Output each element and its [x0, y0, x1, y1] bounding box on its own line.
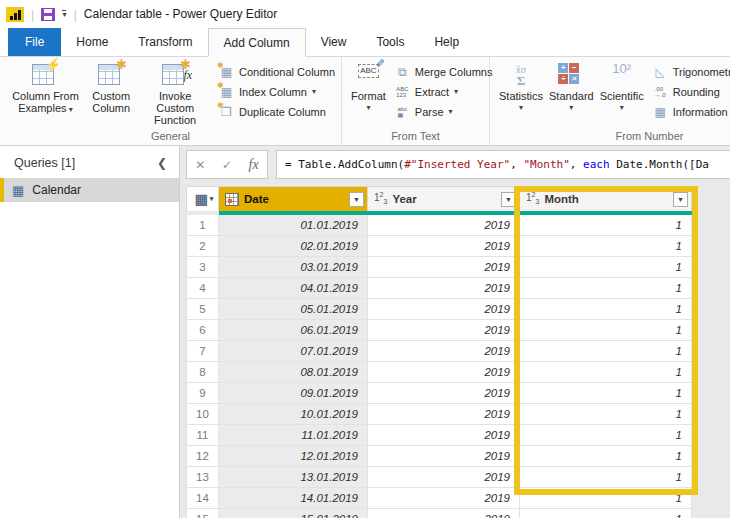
- cell-year[interactable]: 2019: [368, 488, 520, 509]
- cell-date[interactable]: 07.01.2019: [219, 341, 368, 362]
- cell-month[interactable]: 1: [520, 404, 692, 425]
- cancel-formula-icon[interactable]: ✕: [195, 158, 205, 172]
- parse-button[interactable]: abc▦Parse▾: [395, 103, 493, 120]
- cell-date[interactable]: 13.01.2019: [219, 467, 368, 488]
- quick-access-toolbar-dropdown-icon[interactable]: ▾: [62, 10, 66, 18]
- conditional-column-button[interactable]: ▦✱Conditional Column: [219, 63, 335, 80]
- cell-month[interactable]: 1: [520, 215, 692, 236]
- cell-date[interactable]: 09.01.2019: [219, 383, 368, 404]
- cell-month[interactable]: 1: [520, 467, 692, 488]
- cell-year[interactable]: 2019: [368, 383, 520, 404]
- merge-columns-button[interactable]: ⧉Merge Columns: [395, 63, 493, 80]
- row-number[interactable]: 15: [186, 509, 219, 518]
- row-number[interactable]: 6: [186, 320, 219, 341]
- cell-date[interactable]: 01.01.2019: [219, 215, 368, 236]
- row-number[interactable]: 9: [186, 383, 219, 404]
- save-icon[interactable]: [41, 8, 55, 21]
- select-all-corner-cell[interactable]: ▦▾: [186, 186, 219, 211]
- cell-date[interactable]: 08.01.2019: [219, 362, 368, 383]
- cell-date[interactable]: 15.01.2019: [219, 509, 368, 518]
- tab-home[interactable]: Home: [61, 28, 123, 56]
- cell-month[interactable]: 1: [520, 236, 692, 257]
- row-number[interactable]: 7: [186, 341, 219, 362]
- tab-add-column[interactable]: Add Column: [208, 28, 306, 57]
- column-header-year[interactable]: 123Year▼: [368, 186, 520, 211]
- row-number[interactable]: 5: [186, 299, 219, 320]
- row-number[interactable]: 13: [186, 467, 219, 488]
- filter-dropdown-button[interactable]: ▼: [349, 192, 364, 207]
- button-label: Standard: [549, 90, 594, 102]
- cell-date[interactable]: 14.01.2019: [219, 488, 368, 509]
- cell-year[interactable]: 2019: [368, 467, 520, 488]
- row-number[interactable]: 11: [186, 425, 219, 446]
- duplicate-column-button[interactable]: ❐✱Duplicate Column: [219, 103, 335, 120]
- filter-dropdown-button[interactable]: ▼: [673, 192, 688, 207]
- row-number[interactable]: 10: [186, 404, 219, 425]
- standard-button[interactable]: +−÷×Standard ▾: [546, 60, 597, 114]
- cell-month[interactable]: 1: [520, 257, 692, 278]
- row-number[interactable]: 1: [186, 215, 219, 236]
- cell-date[interactable]: 05.01.2019: [219, 299, 368, 320]
- custom-column-button[interactable]: ✱Custom Column: [85, 60, 137, 114]
- tab-transform[interactable]: Transform: [123, 28, 207, 56]
- cell-date[interactable]: 10.01.2019: [219, 404, 368, 425]
- tab-help[interactable]: Help: [419, 28, 474, 56]
- cell-month[interactable]: 1: [520, 383, 692, 404]
- cell-month[interactable]: 1: [520, 425, 692, 446]
- cell-year[interactable]: 2019: [368, 236, 520, 257]
- cell-year[interactable]: 2019: [368, 362, 520, 383]
- formula-bar-input[interactable]: = Table.AddColumn(#"Inserted Year", "Mon…: [276, 150, 730, 179]
- cell-date[interactable]: 03.01.2019: [219, 257, 368, 278]
- cell-month[interactable]: 1: [520, 488, 692, 509]
- scientific-button[interactable]: 10²Scientific ▾: [597, 60, 647, 114]
- cell-year[interactable]: 2019: [368, 257, 520, 278]
- cell-date[interactable]: 11.01.2019: [219, 425, 368, 446]
- cell-year[interactable]: 2019: [368, 320, 520, 341]
- fx-icon[interactable]: fx: [249, 157, 259, 173]
- column-header-date[interactable]: Date▼: [219, 186, 368, 211]
- information-button[interactable]: ▦Information: [653, 103, 730, 120]
- cell-date[interactable]: 02.01.2019: [219, 236, 368, 257]
- cell-month[interactable]: 1: [520, 320, 692, 341]
- cell-year[interactable]: 2019: [368, 278, 520, 299]
- row-number[interactable]: 8: [186, 362, 219, 383]
- cell-month[interactable]: 1: [520, 299, 692, 320]
- cell-year[interactable]: 2019: [368, 341, 520, 362]
- divider: |: [73, 7, 76, 22]
- cell-year[interactable]: 2019: [368, 509, 520, 518]
- cell-month[interactable]: 1: [520, 509, 692, 518]
- tab-tools[interactable]: Tools: [361, 28, 419, 56]
- cell-month[interactable]: 1: [520, 362, 692, 383]
- rounding-button[interactable]: .00→.0Rounding: [653, 83, 730, 100]
- cell-date[interactable]: 04.01.2019: [219, 278, 368, 299]
- statistics-button[interactable]: x̄σΣStatistics ▾: [496, 60, 546, 114]
- filter-dropdown-button[interactable]: ▼: [501, 192, 516, 207]
- cell-year[interactable]: 2019: [368, 299, 520, 320]
- invoke-custom-function-button[interactable]: ✱fxInvoke Custom Function: [137, 60, 213, 126]
- row-number[interactable]: 12: [186, 446, 219, 467]
- cell-month[interactable]: 1: [520, 341, 692, 362]
- cell-year[interactable]: 2019: [368, 425, 520, 446]
- cell-month[interactable]: 1: [520, 446, 692, 467]
- collapse-pane-icon[interactable]: ❮: [157, 156, 167, 170]
- column-header-month[interactable]: 123Month▼: [520, 186, 692, 211]
- tab-view[interactable]: View: [306, 28, 362, 56]
- cell-date[interactable]: 12.01.2019: [219, 446, 368, 467]
- cell-year[interactable]: 2019: [368, 404, 520, 425]
- cell-year[interactable]: 2019: [368, 215, 520, 236]
- tab-file[interactable]: File: [8, 28, 61, 56]
- trigonometry-button[interactable]: ◺Trigonometry: [653, 63, 730, 80]
- extract-button[interactable]: ABC123Extract▾: [395, 83, 493, 100]
- index-column-button[interactable]: ▦✱Index Column▾: [219, 83, 335, 100]
- commit-formula-icon[interactable]: ✓: [222, 158, 232, 172]
- cell-month[interactable]: 1: [520, 278, 692, 299]
- row-number[interactable]: 4: [186, 278, 219, 299]
- column-from-examples-button[interactable]: ⚡Column From Examples ▾: [6, 60, 85, 116]
- query-item-calendar[interactable]: ▦Calendar: [0, 178, 179, 202]
- cell-year[interactable]: 2019: [368, 446, 520, 467]
- row-number[interactable]: 14: [186, 488, 219, 509]
- format-button[interactable]: ABCFormat ▾: [348, 60, 389, 114]
- row-number[interactable]: 3: [186, 257, 219, 278]
- cell-date[interactable]: 06.01.2019: [219, 320, 368, 341]
- row-number[interactable]: 2: [186, 236, 219, 257]
